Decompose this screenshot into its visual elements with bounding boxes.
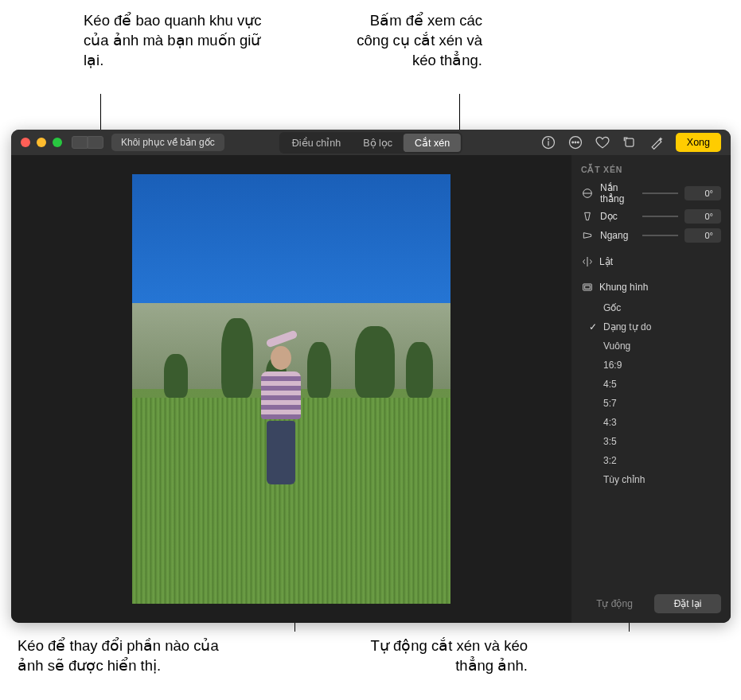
editor-body: CẮT XÉN Nắn thẳng 0° Dọc 0° Ngang 0°: [11, 155, 731, 623]
info-icon[interactable]: [540, 134, 556, 150]
svg-point-2: [548, 138, 548, 139]
tab-crop[interactable]: Cắt xén: [404, 134, 461, 152]
aspect-option[interactable]: Dạng tự do: [581, 317, 721, 336]
svg-point-5: [575, 142, 576, 143]
aspect-option[interactable]: 3:2: [581, 451, 721, 470]
callout-auto: Tự động cắt xén và kéo thẳng ảnh.: [361, 636, 528, 676]
horizontal-value: 0°: [684, 228, 721, 243]
close-button[interactable]: [21, 138, 30, 147]
vertical-label: Dọc: [600, 211, 636, 222]
svg-rect-7: [626, 138, 634, 146]
flip-button[interactable]: Lật: [581, 255, 721, 268]
straighten-slider[interactable]: [642, 192, 678, 194]
aspect-option[interactable]: 4:5: [581, 375, 721, 394]
straighten-row: Nắn thẳng 0°: [581, 182, 721, 204]
view-compare-button[interactable]: [88, 136, 103, 149]
more-icon[interactable]: [567, 134, 583, 150]
minimize-button[interactable]: [37, 138, 46, 147]
aspect-option[interactable]: 16:9: [581, 356, 721, 375]
photos-edit-window: Khôi phục về bản gốc Điều chỉnh Bộ lọc C…: [11, 130, 731, 623]
rotate-icon[interactable]: [622, 134, 638, 150]
vertical-persp-icon: [581, 210, 594, 223]
callout-crop-tools: Bấm để xem các công cụ cắt xén và kéo th…: [339, 11, 482, 71]
photo-subject: [253, 346, 309, 489]
auto-button[interactable]: Tự động: [581, 594, 648, 613]
crop-handle-br[interactable]: [437, 590, 450, 604]
crop-handle-bl[interactable]: [132, 590, 146, 604]
aspect-options-list: GốcDạng tự doVuông16:94:55:74:33:53:2Tùy…: [581, 298, 721, 489]
aspect-label: Khung hình: [599, 282, 648, 293]
zoom-button[interactable]: [53, 138, 62, 147]
callout-reposition: Kéo để thay đổi phần nào của ảnh sẽ được…: [18, 636, 248, 676]
straighten-icon: [581, 187, 594, 200]
favorite-icon[interactable]: [595, 134, 610, 150]
reset-button[interactable]: Đặt lại: [654, 594, 721, 613]
tab-adjust[interactable]: Điều chỉnh: [281, 134, 352, 152]
vertical-row: Dọc 0°: [581, 209, 721, 224]
aspect-icon: [581, 281, 594, 294]
horizontal-row: Ngang 0°: [581, 228, 721, 243]
vertical-value: 0°: [684, 209, 721, 224]
aspect-option[interactable]: Tùy chỉnh: [581, 470, 721, 489]
traffic-lights: [21, 138, 62, 147]
sidebar-footer: Tự động Đặt lại: [581, 585, 721, 613]
titlebar: Khôi phục về bản gốc Điều chỉnh Bộ lọc C…: [11, 130, 731, 155]
aspect-option[interactable]: 4:3: [581, 413, 721, 432]
crop-handle-tr[interactable]: [437, 174, 450, 188]
horizontal-label: Ngang: [600, 230, 636, 241]
flip-icon: [581, 255, 594, 268]
straighten-value: 0°: [684, 186, 721, 200]
flip-label: Lật: [599, 256, 613, 267]
svg-point-4: [572, 142, 574, 143]
straighten-label: Nắn thẳng: [600, 182, 636, 204]
auto-enhance-icon[interactable]: [649, 134, 665, 150]
view-toggle: [72, 136, 103, 149]
crop-sidebar: CẮT XÉN Nắn thẳng 0° Dọc 0° Ngang 0°: [571, 155, 731, 623]
view-single-button[interactable]: [72, 136, 88, 149]
edit-mode-segmented: Điều chỉnh Bộ lọc Cắt xén: [279, 132, 462, 154]
horizontal-persp-icon: [581, 229, 594, 242]
svg-rect-11: [585, 286, 591, 289]
callout-line: [459, 94, 460, 132]
vertical-slider[interactable]: [642, 216, 678, 217]
revert-button[interactable]: Khôi phục về bản gốc: [111, 134, 224, 151]
photo-crop-frame[interactable]: [132, 174, 450, 604]
tab-filters[interactable]: Bộ lọc: [352, 134, 404, 152]
aspect-option[interactable]: Gốc: [581, 298, 721, 317]
aspect-option[interactable]: 5:7: [581, 394, 721, 413]
svg-point-6: [577, 142, 579, 143]
callout-crop-area: Kéo để bao quanh khu vực của ảnh mà bạn …: [84, 11, 275, 71]
aspect-option[interactable]: Vuông: [581, 336, 721, 356]
aspect-option[interactable]: 3:5: [581, 432, 721, 451]
aspect-header[interactable]: Khung hình: [581, 281, 721, 294]
toolbar-right: Xong: [540, 133, 721, 152]
done-button[interactable]: Xong: [676, 133, 721, 152]
horizontal-slider[interactable]: [642, 235, 678, 236]
sidebar-title: CẮT XÉN: [581, 165, 721, 174]
crop-handle-tl[interactable]: [132, 174, 146, 188]
canvas-area: [11, 155, 571, 623]
